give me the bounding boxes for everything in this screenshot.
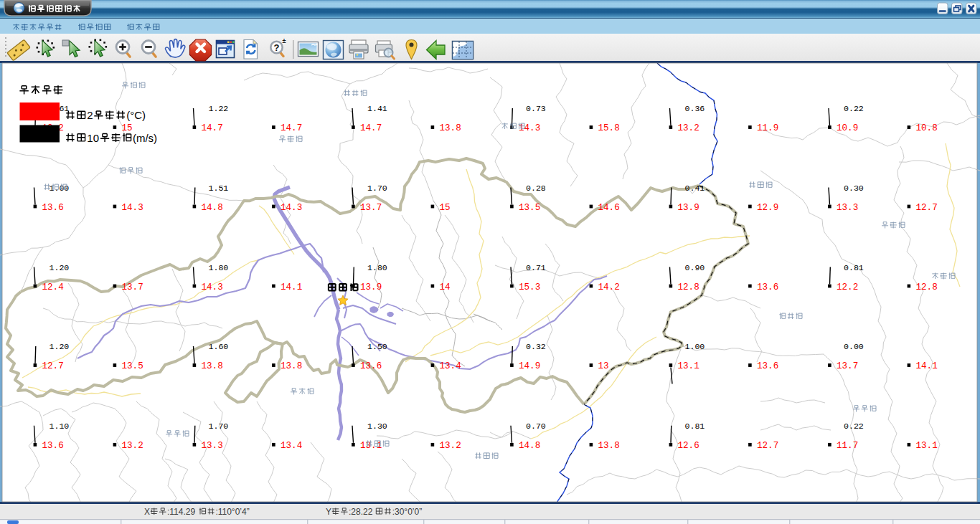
svg-text:14.9: 14.9 (519, 361, 540, 371)
svg-text:10: 10 (87, 132, 99, 144)
svg-text:13.6: 13.6 (42, 203, 64, 213)
svg-text:15: 15 (122, 123, 133, 133)
svg-text:12.7: 12.7 (42, 361, 64, 371)
svg-text::110°0’4”: :110°0’4” (215, 507, 249, 517)
svg-text:14.8: 14.8 (202, 203, 223, 213)
svg-text:13.5: 13.5 (519, 203, 540, 213)
svg-text:15.3: 15.3 (519, 282, 540, 292)
svg-text:13.6: 13.6 (757, 361, 778, 371)
svg-text:14.3: 14.3 (281, 203, 302, 213)
svg-text:14.7: 14.7 (360, 123, 382, 133)
svg-text:12.7: 12.7 (757, 441, 778, 451)
svg-text:1.50: 1.50 (367, 342, 387, 351)
svg-text:13.8: 13.8 (440, 123, 461, 133)
svg-text:10.8: 10.8 (916, 123, 938, 133)
svg-text:0.41: 0.41 (685, 184, 705, 193)
svg-text:13.7: 13.7 (837, 361, 858, 371)
svg-text:13.8: 13.8 (598, 441, 620, 451)
svg-text:13.3: 13.3 (837, 203, 858, 213)
svg-text:13.6: 13.6 (360, 361, 382, 371)
svg-text:1.22: 1.22 (209, 104, 229, 113)
svg-text:13.7: 13.7 (122, 282, 143, 292)
svg-text:13.7: 13.7 (360, 203, 382, 213)
svg-text:0.71: 0.71 (526, 263, 546, 272)
svg-text:13.2: 13.2 (122, 441, 143, 451)
svg-text:0.28: 0.28 (526, 184, 546, 193)
svg-text:0.90: 0.90 (685, 263, 705, 272)
svg-text:13.3: 13.3 (202, 441, 223, 451)
svg-text::114.29: :114.29 (167, 507, 195, 517)
svg-text:13.5: 13.5 (122, 361, 143, 371)
svg-text:0.81: 0.81 (844, 263, 864, 272)
svg-text:10.9: 10.9 (837, 123, 858, 133)
svg-text:±: ± (283, 37, 286, 44)
svg-text:1.70: 1.70 (209, 421, 229, 431)
svg-text:12.7: 12.7 (916, 203, 938, 213)
svg-text:0.32: 0.32 (526, 342, 546, 351)
svg-text:12.8: 12.8 (916, 282, 938, 292)
svg-text:1.41: 1.41 (367, 104, 387, 113)
svg-text:13.4: 13.4 (440, 361, 461, 371)
svg-text:13.2: 13.2 (440, 441, 461, 451)
svg-text:11.7: 11.7 (837, 441, 858, 451)
svg-text:0.00: 0.00 (844, 342, 864, 351)
svg-text:14.1: 14.1 (281, 282, 302, 292)
svg-text:14.7: 14.7 (281, 123, 302, 133)
svg-text:13.9: 13.9 (360, 282, 382, 292)
svg-text:1.30: 1.30 (367, 421, 387, 431)
svg-text:15.8: 15.8 (598, 123, 620, 133)
svg-text:13.1: 13.1 (678, 361, 699, 371)
svg-text:13.4: 13.4 (281, 441, 302, 451)
svg-text::30°0’0”: :30°0’0” (392, 507, 423, 517)
svg-text:14.2: 14.2 (598, 282, 620, 292)
svg-text:0.22: 0.22 (844, 421, 864, 431)
svg-text:13.1: 13.1 (916, 441, 938, 451)
svg-text:13: 13 (598, 361, 609, 371)
svg-text:1.20: 1.20 (50, 342, 70, 351)
svg-text:1.20: 1.20 (50, 263, 70, 272)
svg-text:13.9: 13.9 (678, 203, 699, 213)
svg-text:(°C): (°C) (126, 109, 146, 121)
svg-text:14.3: 14.3 (122, 203, 143, 213)
svg-text:14.8: 14.8 (519, 441, 540, 451)
svg-text:2: 2 (87, 109, 93, 121)
svg-text:13.2: 13.2 (678, 123, 699, 133)
svg-text:12.4: 12.4 (42, 282, 64, 292)
svg-text:0.30: 0.30 (844, 184, 864, 193)
svg-text:12.2: 12.2 (837, 282, 858, 292)
svg-text:0.36: 0.36 (685, 104, 705, 113)
svg-text:13.8: 13.8 (202, 361, 223, 371)
svg-text:0.81: 0.81 (685, 421, 705, 431)
svg-text:1.10: 1.10 (50, 421, 70, 431)
svg-text:14.6: 14.6 (598, 203, 620, 213)
svg-text:0.22: 0.22 (844, 104, 864, 113)
svg-text:?: ? (274, 42, 280, 53)
svg-text:11.9: 11.9 (757, 123, 778, 133)
svg-text:14.1: 14.1 (916, 361, 938, 371)
svg-text:1.51: 1.51 (209, 184, 229, 193)
svg-text:14.3: 14.3 (202, 282, 223, 292)
svg-text::28.22: :28.22 (349, 507, 373, 517)
svg-text:1.60: 1.60 (209, 342, 229, 351)
svg-text:12.6: 12.6 (678, 441, 699, 451)
svg-text:13.8: 13.8 (281, 361, 302, 371)
svg-text:13.6: 13.6 (42, 441, 64, 451)
svg-text:14.7: 14.7 (202, 123, 223, 133)
svg-text:(m/s): (m/s) (133, 132, 157, 144)
svg-text:12.9: 12.9 (757, 203, 778, 213)
svg-text:12.8: 12.8 (678, 282, 699, 292)
svg-text:13.6: 13.6 (757, 282, 778, 292)
svg-text:14: 14 (440, 282, 451, 292)
svg-text:0.73: 0.73 (526, 104, 546, 113)
svg-text:1.80: 1.80 (367, 263, 387, 272)
svg-text:Y: Y (326, 507, 331, 517)
svg-text:1.70: 1.70 (367, 184, 387, 193)
svg-text:1.00: 1.00 (685, 342, 705, 351)
svg-text:1.80: 1.80 (209, 263, 229, 272)
svg-text:15: 15 (440, 203, 451, 213)
svg-text:0.70: 0.70 (526, 421, 546, 431)
svg-text:X: X (144, 507, 150, 517)
